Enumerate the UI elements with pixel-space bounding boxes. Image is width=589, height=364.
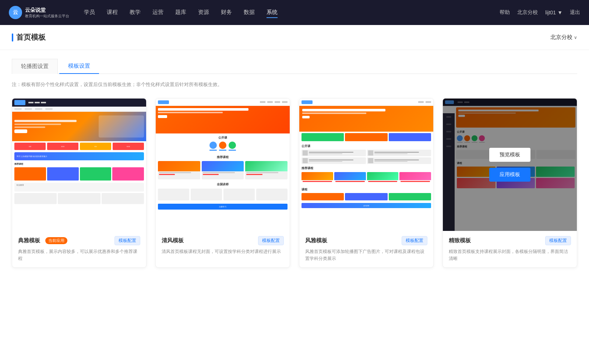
- navbar: 云 云朵说堂 教育机构一站式服务云平台 学员 课程 教学 运营 题库 资源 财务…: [0, 0, 589, 25]
- btn-apply-3[interactable]: 应用模板: [346, 168, 387, 182]
- template-preview-2[interactable]: 公开课: [156, 99, 290, 231]
- nav-user[interactable]: lijt01 ▼: [545, 10, 562, 15]
- btn-config-4[interactable]: 模板配置: [545, 236, 571, 245]
- nav-item-teaching[interactable]: 教学: [130, 7, 141, 18]
- preview-overlay-4: 预览模板 应用模板: [443, 99, 577, 231]
- badge-current-1: 当前应用: [45, 237, 67, 244]
- nav-logout[interactable]: 退出: [570, 9, 580, 16]
- template-desc-4: 精致首页模板支持课程展示封面，各模板分隔明显，界面简洁清晰: [449, 248, 571, 262]
- chevron-down-icon: ∨: [574, 35, 577, 40]
- tabs: 轮播图设置 模板设置: [12, 59, 577, 74]
- btn-apply-1[interactable]: 应用模板: [59, 168, 100, 182]
- template-preview-4[interactable]: 公开课 推荐课程: [443, 99, 577, 231]
- tab-carousel[interactable]: 轮播图设置: [12, 59, 58, 74]
- template-name-2: 清风模板: [162, 237, 184, 244]
- nav-item-questions[interactable]: 题库: [175, 7, 186, 18]
- template-preview-3[interactable]: 公开课: [299, 99, 433, 231]
- btn-preview-4[interactable]: 预览模板: [489, 148, 530, 162]
- template-preview-1[interactable]: ¥30 ¥200 ¥30 ¥200 30天 让你摆脱平庸 知识使你更有魅力 推荐…: [12, 99, 146, 231]
- nav-item-resources[interactable]: 资源: [198, 7, 209, 18]
- school-selector[interactable]: 北京分校 ∨: [550, 34, 577, 41]
- template-name-3: 风雅模板: [305, 237, 327, 244]
- title-bar-accent: [12, 33, 13, 42]
- nav-item-system[interactable]: 系统: [267, 7, 278, 18]
- btn-apply-4[interactable]: 应用模板: [489, 168, 530, 182]
- template-name-1: 典雅模板: [18, 237, 40, 244]
- nav-item-operations[interactable]: 运营: [152, 7, 163, 18]
- logo-icon: 云: [9, 6, 22, 19]
- btn-preview-3[interactable]: 预览模板: [346, 148, 387, 162]
- template-desc-2: 清风首页模板课程无封面，可设置按学科分类对课程进行展示: [162, 248, 284, 255]
- template-note: 注：模板有部分个性化样式设置，设置后仅当前模板生效；非个性化样式设置后针对所有模…: [12, 81, 577, 88]
- nav-item-course[interactable]: 课程: [107, 7, 118, 18]
- btn-preview-2[interactable]: 预览模板: [202, 148, 243, 162]
- nav-item-data[interactable]: 数据: [244, 7, 255, 18]
- btn-apply-2[interactable]: 应用模板: [202, 168, 243, 182]
- template-name-4: 精致模板: [449, 237, 471, 244]
- page-title: 首页模板: [16, 32, 46, 42]
- logo[interactable]: 云 云朵说堂 教育机构一站式服务云平台: [9, 6, 69, 19]
- nav-menu: 学员 课程 教学 运营 题库 资源 财务 数据 系统: [84, 7, 500, 18]
- template-grid: ¥30 ¥200 ¥30 ¥200 30天 让你摆脱平庸 知识使你更有魅力 推荐…: [12, 98, 577, 268]
- nav-right: 帮助 北京分校 lijt01 ▼ 退出: [500, 9, 580, 16]
- btn-config-1[interactable]: 模板配置: [114, 236, 140, 245]
- tab-template[interactable]: 模板设置: [59, 59, 99, 74]
- nav-help[interactable]: 帮助: [500, 9, 510, 16]
- nav-item-finance[interactable]: 财务: [221, 7, 232, 18]
- template-desc-1: 典雅首页模板，展示内容较多，可以展示优惠券和多个推荐课程: [18, 248, 140, 262]
- logo-text-primary: 云朵说堂: [25, 7, 69, 13]
- btn-config-2[interactable]: 模板配置: [258, 236, 284, 245]
- content-area: 轮播图设置 模板设置 注：模板有部分个性化样式设置，设置后仅当前模板生效；非个性…: [0, 50, 589, 364]
- nav-item-student[interactable]: 学员: [84, 7, 95, 18]
- logo-text-secondary: 教育机构一站式服务云平台: [25, 14, 69, 18]
- template-desc-3: 风雅首页模板可添加轮播图下广告图片，可对课程及课程包设置学科分类展示: [305, 248, 427, 262]
- btn-preview-1[interactable]: 预览模板: [59, 148, 100, 162]
- template-card-4: 公开课 推荐课程: [442, 98, 577, 268]
- page-header: 首页模板 北京分校 ∨: [0, 25, 589, 50]
- template-card-1: ¥30 ¥200 ¥30 ¥200 30天 让你摆脱平庸 知识使你更有魅力 推荐…: [12, 98, 147, 268]
- template-card-2: 公开课: [155, 98, 290, 268]
- template-card-3: 公开课: [299, 98, 434, 268]
- nav-school[interactable]: 北京分校: [517, 9, 538, 16]
- btn-config-3[interactable]: 模板配置: [402, 236, 427, 245]
